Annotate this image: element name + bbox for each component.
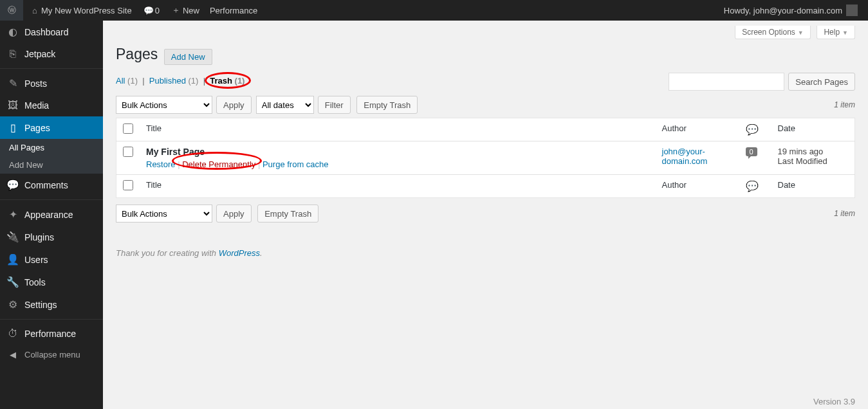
col-title[interactable]: Title xyxy=(140,118,656,141)
col-comments-foot[interactable]: 💬 xyxy=(739,175,771,198)
bulk-actions-select-bottom[interactable]: Bulk Actions xyxy=(116,204,212,223)
date-relative: 19 mins ago xyxy=(778,147,824,156)
col-comments[interactable]: 💬 xyxy=(739,118,771,141)
comment-icon: 💬 xyxy=(746,124,759,135)
view-filters: All (1) | Published (1) | Trash (1) xyxy=(116,76,855,86)
col-date[interactable]: Date xyxy=(771,118,855,141)
comment-count-bubble: 0 xyxy=(746,147,757,156)
table-row: My First Page Restore | Delete Permanent… xyxy=(116,141,855,175)
wp-logo[interactable]: ⓦ xyxy=(0,0,23,21)
sidebar-item-performance[interactable]: ⏱Performance xyxy=(0,323,103,345)
select-all-bottom[interactable] xyxy=(123,180,133,190)
author-link[interactable]: john@your-domain.com xyxy=(662,147,708,166)
pages-table: Title Author 💬 Date My First Page Restor… xyxy=(116,118,855,198)
sidebar-item-label: Media xyxy=(24,100,49,111)
sidebar-item-label: Dashboard xyxy=(24,27,69,37)
performance-icon: ⏱ xyxy=(6,328,19,340)
col-author-foot[interactable]: Author xyxy=(656,175,739,198)
sidebar-item-label: Posts xyxy=(24,78,47,89)
wordpress-link[interactable]: WordPress xyxy=(219,248,260,258)
sidebar-item-dashboard[interactable]: ◐Dashboard xyxy=(0,21,103,43)
collapse-label: Collapse menu xyxy=(24,350,80,359)
sidebar-item-settings[interactable]: ⚙Settings xyxy=(0,293,103,316)
date-filter-select[interactable]: All dates xyxy=(256,96,314,114)
screen-meta: Screen Options▼ Help▼ xyxy=(116,21,855,39)
filter-published[interactable]: Published (1) xyxy=(149,76,199,86)
avatar xyxy=(846,5,858,16)
sidebar-item-label: Comments xyxy=(24,180,68,190)
sidebar-item-tools[interactable]: 🔧Tools xyxy=(0,271,103,293)
submenu-item[interactable]: Add New xyxy=(0,156,103,174)
restore-link[interactable]: Restore xyxy=(146,159,176,169)
sidebar-item-posts[interactable]: ✎Posts xyxy=(0,72,103,95)
performance-label: Performance xyxy=(210,6,257,15)
sidebar-item-plugins[interactable]: 🔌Plugins xyxy=(0,226,103,248)
col-author[interactable]: Author xyxy=(656,118,739,141)
plugins-icon: 🔌 xyxy=(6,231,19,243)
sidebar-item-comments[interactable]: 💬Comments xyxy=(0,174,103,196)
sidebar-item-pages[interactable]: ▯Pages xyxy=(0,116,103,139)
add-new-button[interactable]: Add New xyxy=(164,49,212,65)
bulk-actions-select-top[interactable]: Bulk Actions xyxy=(116,96,212,114)
account-link[interactable]: Howdy, john@your-domain.com xyxy=(719,0,863,21)
empty-trash-button-bottom[interactable]: Empty Trash xyxy=(257,204,319,223)
apply-button-bottom[interactable]: Apply xyxy=(216,204,252,223)
comment-icon: 💬 xyxy=(142,6,155,15)
dashboard-icon: ◐ xyxy=(6,26,19,38)
sidebar-item-users[interactable]: 👤Users xyxy=(0,248,103,271)
filter-all[interactable]: All (1) xyxy=(116,76,138,86)
row-checkbox[interactable] xyxy=(123,147,133,157)
purge-cache-link[interactable]: Purge from cache xyxy=(263,159,329,169)
chevron-down-icon: ▼ xyxy=(842,30,848,36)
site-name: My New WordPress Site xyxy=(41,6,132,15)
help-button[interactable]: Help▼ xyxy=(817,26,855,39)
sidebar-item-label: Plugins xyxy=(24,232,54,242)
jetpack-icon: ⎘ xyxy=(6,48,19,60)
row-title: My First Page xyxy=(146,147,205,157)
performance-link[interactable]: Performance xyxy=(205,0,263,21)
admin-sidebar: ◐Dashboard⎘Jetpack✎Posts🖼Media▯PagesAll … xyxy=(0,21,103,409)
new-label: New xyxy=(183,6,199,15)
select-all-top[interactable] xyxy=(123,123,133,134)
comments-count: 0 xyxy=(155,6,160,15)
col-date-foot[interactable]: Date xyxy=(771,175,855,198)
col-title-foot[interactable]: Title xyxy=(140,175,656,198)
delete-permanently-link[interactable]: Delete Permanently xyxy=(182,159,255,169)
date-status: Last Modified xyxy=(778,156,827,166)
footer-thanks: Thank you for creating with WordPress. xyxy=(116,248,855,258)
filter-button[interactable]: Filter xyxy=(318,96,351,114)
users-icon: 👤 xyxy=(6,253,19,266)
wordpress-icon: ⓦ xyxy=(5,5,18,16)
comments-link[interactable]: 💬0 xyxy=(137,0,165,21)
site-name-link[interactable]: ⌂My New WordPress Site xyxy=(23,0,137,21)
pages-icon: ▯ xyxy=(6,122,19,134)
version-text: Version 3.9 xyxy=(813,397,855,406)
new-content-link[interactable]: ＋New xyxy=(165,0,205,21)
posts-icon: ✎ xyxy=(6,77,19,89)
sidebar-item-media[interactable]: 🖼Media xyxy=(0,95,103,116)
comment-icon: 💬 xyxy=(746,181,759,192)
items-count-top: 1 item xyxy=(834,100,855,109)
tablenav-bottom: Bulk Actions Apply Empty Trash 1 item xyxy=(116,204,855,223)
page-title: Pages xyxy=(116,46,158,63)
admin-bar: ⓦ ⌂My New WordPress Site 💬0 ＋New Perform… xyxy=(0,0,868,21)
apply-button-top[interactable]: Apply xyxy=(216,96,252,114)
empty-trash-button-top[interactable]: Empty Trash xyxy=(356,96,418,114)
home-icon: ⌂ xyxy=(28,6,41,15)
sidebar-item-appearance[interactable]: ✦Appearance xyxy=(0,203,103,226)
collapse-icon: ◀ xyxy=(6,350,19,359)
comments-icon: 💬 xyxy=(6,179,19,191)
filter-trash[interactable]: Trash (1) xyxy=(210,76,245,86)
sidebar-item-label: Jetpack xyxy=(24,49,55,59)
sidebar-item-label: Performance xyxy=(24,329,76,339)
media-icon: 🖼 xyxy=(6,100,19,111)
sidebar-item-label: Settings xyxy=(24,300,57,310)
tools-icon: 🔧 xyxy=(6,276,19,288)
collapse-menu[interactable]: ◀ Collapse menu xyxy=(0,345,103,365)
submenu-item[interactable]: All Pages xyxy=(0,139,103,156)
screen-options-button[interactable]: Screen Options▼ xyxy=(735,26,811,39)
sidebar-item-jetpack[interactable]: ⎘Jetpack xyxy=(0,43,103,65)
howdy-text: Howdy, john@your-domain.com xyxy=(724,6,842,15)
row-actions: Restore | Delete Permanently | Purge fro… xyxy=(146,159,649,169)
content-area: Screen Options▼ Help▼ Pages Add New All … xyxy=(103,21,868,409)
